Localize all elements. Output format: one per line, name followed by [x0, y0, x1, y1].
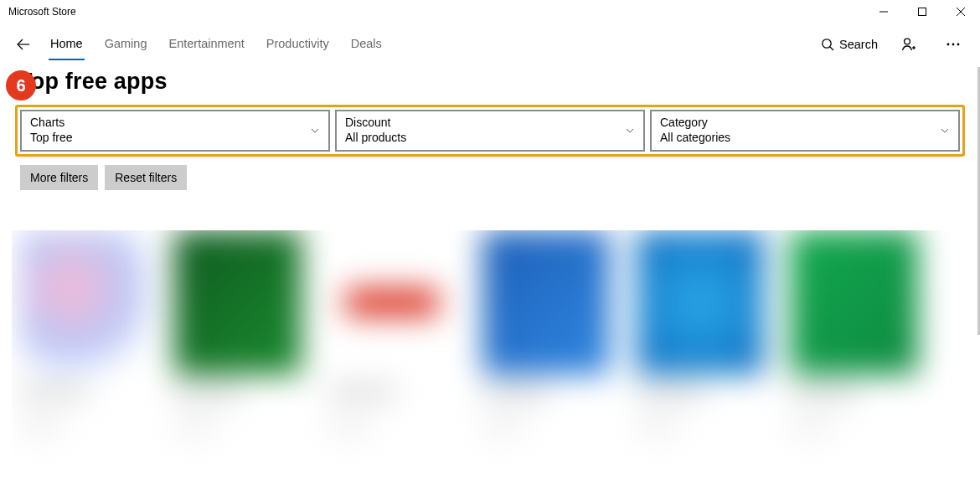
app-thumbnail: [791, 230, 918, 374]
app-title-placeholder: [328, 386, 395, 398]
app-title-placeholder: [791, 386, 858, 398]
maximize-button[interactable]: [903, 0, 941, 23]
app-thumbnail: [328, 230, 456, 374]
search-label: Search: [839, 38, 878, 51]
app-title-placeholder: [482, 386, 549, 398]
app-thumbnail: [174, 230, 302, 374]
app-title-placeholder: [637, 386, 704, 398]
top-right-controls: Search: [821, 29, 973, 59]
window-title: Microsoft Store: [8, 6, 76, 18]
app-subtitle-placeholder: [174, 423, 216, 431]
app-subtitle-placeholder: [637, 423, 678, 431]
app-title-placeholder: [20, 386, 87, 398]
app-tile[interactable]: [20, 230, 147, 431]
nav-tab-gaming[interactable]: Gaming: [105, 30, 147, 59]
svg-point-12: [957, 44, 960, 46]
close-icon: [957, 8, 965, 16]
window-controls: [864, 0, 980, 23]
app-tile[interactable]: [328, 230, 456, 431]
app-thumbnail: [637, 230, 764, 374]
filter-label: Charts: [30, 116, 320, 131]
person-add-icon: [900, 36, 916, 53]
filters-row-highlight: Charts Top free Discount All products Ca…: [15, 105, 965, 157]
svg-point-11: [952, 44, 955, 46]
app-carousel: [12, 230, 968, 473]
app-title-placeholder: [174, 386, 241, 398]
chevron-down-icon: [625, 126, 635, 136]
nav-tab-home[interactable]: Home: [50, 30, 83, 59]
app-subtitle-placeholder: [20, 423, 62, 431]
filter-discount-dropdown[interactable]: Discount All products: [335, 110, 645, 152]
svg-point-5: [823, 39, 831, 48]
svg-rect-1: [919, 8, 926, 16]
app-tile[interactable]: [482, 230, 610, 431]
svg-point-7: [905, 39, 910, 44]
page-title: Top free apps: [0, 65, 980, 100]
more-button[interactable]: [938, 29, 968, 59]
filter-charts-dropdown[interactable]: Charts Top free: [20, 110, 330, 152]
nav-tabs: Home Gaming Entertainment Productivity D…: [50, 30, 382, 59]
annotation-step-badge: 6: [6, 70, 36, 101]
back-button[interactable]: [7, 28, 40, 61]
svg-line-6: [830, 47, 833, 50]
filter-buttons-row: More filters Reset filters: [0, 157, 980, 190]
back-icon: [16, 37, 31, 52]
window-titlebar: Microsoft Store: [0, 0, 980, 23]
top-nav: Home Gaming Entertainment Productivity D…: [0, 23, 980, 65]
app-tile[interactable]: [791, 230, 918, 431]
search-button[interactable]: Search: [821, 38, 878, 51]
app-thumbnail: [482, 230, 610, 374]
svg-point-10: [947, 44, 950, 46]
close-button[interactable]: [941, 0, 980, 23]
maximize-icon: [918, 8, 926, 16]
account-button[interactable]: [893, 29, 923, 59]
filter-label: Discount: [345, 116, 635, 131]
nav-tab-productivity[interactable]: Productivity: [266, 30, 329, 59]
app-tile[interactable]: [174, 230, 302, 431]
minimize-icon: [879, 8, 888, 16]
app-subtitle-placeholder: [328, 423, 370, 431]
chevron-down-icon: [940, 126, 950, 136]
chevron-down-icon: [310, 126, 320, 136]
app-thumbnail: [20, 230, 147, 374]
app-tile[interactable]: [637, 230, 764, 431]
filter-label: Category: [660, 116, 950, 131]
more-filters-button[interactable]: More filters: [20, 165, 98, 190]
minimize-button[interactable]: [864, 0, 903, 23]
nav-tab-deals[interactable]: Deals: [351, 30, 382, 59]
filter-value: All categories: [660, 131, 950, 146]
filter-value: Top free: [30, 131, 320, 146]
app-subtitle-placeholder: [482, 423, 524, 431]
reset-filters-button[interactable]: Reset filters: [105, 165, 187, 190]
nav-tab-entertainment[interactable]: Entertainment: [168, 30, 244, 59]
filter-category-dropdown[interactable]: Category All categories: [650, 110, 960, 152]
filter-value: All products: [345, 131, 635, 146]
app-subtitle-placeholder: [791, 423, 833, 431]
ellipsis-icon: [946, 43, 960, 46]
search-icon: [821, 38, 834, 51]
